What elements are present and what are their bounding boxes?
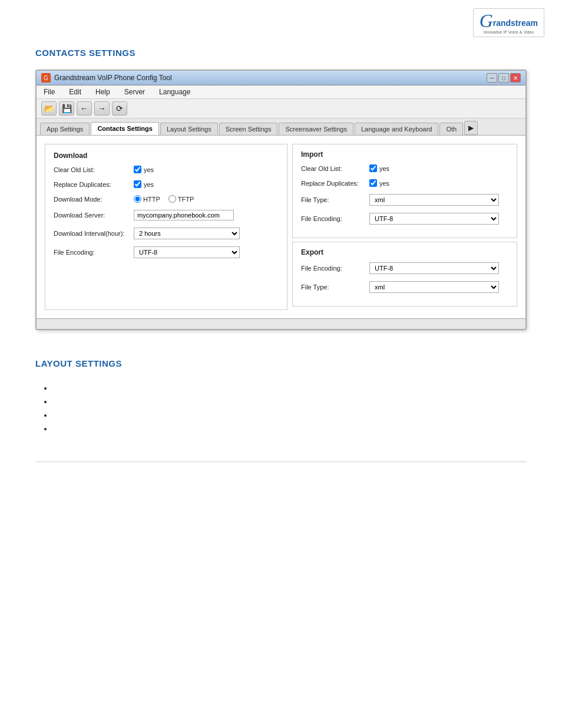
- export-panel: Export File Encoding: UTF-8 UTF-16 ASCII…: [292, 242, 517, 307]
- bottom-divider: [35, 462, 527, 462]
- import-panel: Import Clear Old List: yes Replace Dupli…: [292, 144, 517, 238]
- layout-settings-title: LAYOUT SETTINGS: [0, 348, 562, 374]
- import-replace-duplicates-value: yes: [379, 180, 389, 187]
- tab-other[interactable]: Oth: [439, 123, 463, 135]
- download-file-encoding-row: File Encoding: UTF-8 UTF-16 ASCII: [54, 246, 279, 258]
- import-clear-old-list-label: Clear Old List:: [301, 165, 366, 172]
- export-file-type-row: File Type: xml csv vcf: [301, 281, 508, 293]
- download-replace-duplicates-row: Replace Duplicates: yes: [54, 180, 279, 188]
- window-title: Grandstream VoIP Phone Config Tool: [54, 74, 172, 82]
- logo-g-letter: G: [480, 11, 493, 30]
- download-server-row: Download Server:: [54, 210, 279, 220]
- download-mode-tftp-radio[interactable]: [168, 195, 176, 203]
- logo-area: G randstream Innovative IP Voice & Video: [0, 0, 562, 37]
- maximize-button[interactable]: □: [498, 73, 509, 83]
- import-replace-duplicates-row: Replace Duplicates: yes: [301, 179, 508, 187]
- tab-app-settings[interactable]: App Settings: [40, 123, 90, 135]
- download-clear-old-list-row: Clear Old List: yes: [54, 166, 279, 173]
- export-file-encoding-row: File Encoding: UTF-8 UTF-16 ASCII: [301, 262, 508, 274]
- layout-bullet-list: [35, 384, 527, 433]
- right-panels: Import Clear Old List: yes Replace Dupli…: [292, 144, 517, 310]
- download-interval-label: Download Interval(hour):: [54, 230, 130, 237]
- export-file-type-select[interactable]: xml csv vcf: [369, 281, 499, 293]
- titlebar: G Grandstream VoIP Phone Config Tool ─ □…: [37, 71, 525, 85]
- download-server-input[interactable]: [134, 210, 234, 220]
- list-item: [53, 424, 527, 433]
- download-replace-duplicates-value: yes: [144, 181, 154, 188]
- import-clear-old-list-row: Clear Old List: yes: [301, 164, 508, 172]
- menu-language[interactable]: Language: [157, 87, 193, 97]
- toolbar: 📂 💾 ← → ⟳: [37, 99, 525, 118]
- forward-button[interactable]: →: [94, 101, 110, 116]
- minimize-button[interactable]: ─: [487, 73, 497, 83]
- tab-contacts-settings[interactable]: Contacts Settings: [91, 122, 159, 135]
- tabbar: App Settings Contacts Settings Layout Se…: [37, 118, 525, 136]
- save-button[interactable]: 💾: [59, 101, 74, 116]
- download-panel-title: Download: [54, 151, 279, 160]
- content-area: Download Clear Old List: yes Replace Dup…: [37, 136, 525, 318]
- list-item: [53, 411, 527, 420]
- grandstream-logo: G randstream Innovative IP Voice & Video: [473, 8, 544, 37]
- menu-server[interactable]: Server: [122, 87, 147, 97]
- back-button[interactable]: ←: [77, 101, 92, 116]
- export-file-encoding-select[interactable]: UTF-8 UTF-16 ASCII: [369, 262, 499, 274]
- menu-edit[interactable]: Edit: [67, 87, 84, 97]
- statusbar: [37, 318, 525, 329]
- download-clear-old-list-checkbox[interactable]: [134, 166, 141, 173]
- download-replace-duplicates-label: Replace Duplicates:: [54, 181, 130, 188]
- titlebar-left: G Grandstream VoIP Phone Config Tool: [41, 73, 172, 83]
- tab-screensaver-settings[interactable]: Screensaver Settings: [279, 123, 353, 135]
- menu-help[interactable]: Help: [93, 87, 113, 97]
- import-file-encoding-label: File Encoding:: [301, 215, 366, 222]
- download-replace-duplicates-checkbox-wrapper: yes: [134, 180, 154, 188]
- close-button[interactable]: ✕: [510, 73, 521, 83]
- export-file-encoding-label: File Encoding:: [301, 265, 366, 272]
- download-mode-row: Download Mode: HTTP TFTP: [54, 195, 279, 203]
- tab-layout-settings[interactable]: Layout Settings: [160, 123, 218, 135]
- tab-scroll-right[interactable]: ▶: [464, 121, 478, 135]
- list-item: [53, 384, 527, 393]
- download-mode-http-label: HTTP: [143, 196, 160, 203]
- import-file-type-row: File Type: xml csv vcf: [301, 194, 508, 206]
- import-clear-old-list-checkbox[interactable]: [369, 164, 377, 172]
- tab-screen-settings[interactable]: Screen Settings: [219, 123, 278, 135]
- app-window-wrap: G Grandstream VoIP Phone Config Tool ─ □…: [35, 70, 527, 330]
- open-button[interactable]: 📂: [41, 101, 57, 116]
- download-clear-old-list-label: Clear Old List:: [54, 166, 130, 173]
- import-file-type-select[interactable]: xml csv vcf: [369, 194, 499, 206]
- list-item: [53, 397, 527, 406]
- download-interval-row: Download Interval(hour): 2 hours 4 hours…: [54, 228, 279, 239]
- download-mode-tftp-label: TFTP: [178, 196, 194, 203]
- download-mode-radio-group: HTTP TFTP: [134, 195, 194, 203]
- refresh-button[interactable]: ⟳: [112, 101, 127, 116]
- import-replace-duplicates-wrapper: yes: [369, 179, 389, 187]
- download-clear-old-list-value: yes: [144, 166, 154, 173]
- contacts-settings-title: CONTACTS SETTINGS: [0, 37, 562, 64]
- import-clear-old-list-value: yes: [379, 165, 389, 172]
- download-replace-duplicates-checkbox[interactable]: [134, 180, 141, 188]
- logo-brand-text: randstream: [493, 18, 538, 30]
- import-file-encoding-select[interactable]: UTF-8 UTF-16 ASCII: [369, 213, 499, 225]
- download-file-encoding-label: File Encoding:: [54, 249, 130, 256]
- menubar: File Edit Help Server Language: [37, 85, 525, 99]
- app-window: G Grandstream VoIP Phone Config Tool ─ □…: [35, 70, 527, 330]
- download-mode-tftp-option[interactable]: TFTP: [168, 195, 194, 203]
- menu-file[interactable]: File: [41, 87, 57, 97]
- import-replace-duplicates-checkbox[interactable]: [369, 179, 377, 187]
- import-file-type-label: File Type:: [301, 196, 366, 203]
- layout-section: [0, 384, 562, 456]
- download-mode-http-option[interactable]: HTTP: [134, 195, 160, 203]
- titlebar-buttons: ─ □ ✕: [487, 73, 521, 83]
- export-panel-title: Export: [301, 248, 508, 256]
- download-interval-select[interactable]: 2 hours 4 hours 8 hours 12 hours 24 hour…: [134, 228, 240, 239]
- download-mode-http-radio[interactable]: [134, 195, 141, 203]
- download-mode-label: Download Mode:: [54, 196, 130, 203]
- import-clear-old-list-wrapper: yes: [369, 164, 389, 172]
- logo-tagline: Innovative IP Voice & Video: [483, 30, 534, 34]
- export-file-type-label: File Type:: [301, 284, 366, 291]
- app-icon: G: [41, 73, 51, 83]
- download-file-encoding-select[interactable]: UTF-8 UTF-16 ASCII: [134, 246, 240, 258]
- download-clear-old-list-checkbox-wrapper: yes: [134, 166, 154, 173]
- tab-language-keyboard[interactable]: Language and Keyboard: [355, 123, 439, 135]
- download-server-label: Download Server:: [54, 212, 130, 219]
